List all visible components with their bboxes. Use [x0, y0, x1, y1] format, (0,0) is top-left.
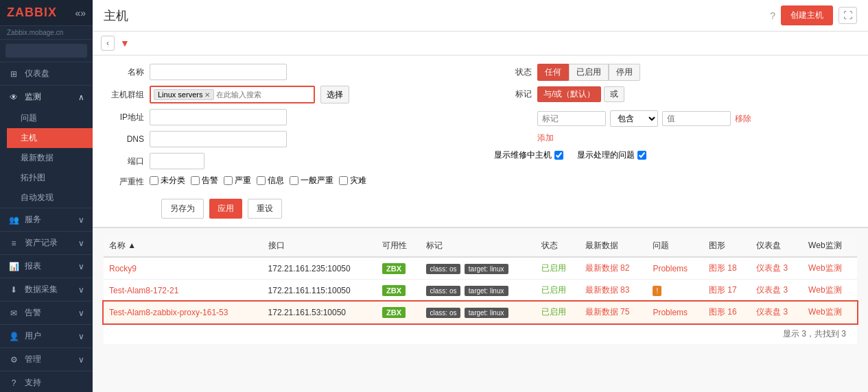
- add-tag-link[interactable]: 添加: [537, 133, 554, 143]
- sev-general-serious-checkbox[interactable]: [290, 176, 298, 185]
- tag-input-row: 包含 等于 不等于 不包含 移除: [537, 110, 751, 127]
- sidebar-item-label: 监测: [25, 91, 41, 103]
- sidebar-item-label: 仪表盘: [25, 68, 49, 79]
- sev-warning-checkbox[interactable]: [191, 176, 200, 185]
- chevron-right-icon: ∨: [78, 332, 84, 341]
- sev-disaster-checkbox[interactable]: [339, 176, 348, 185]
- status-disabled-btn[interactable]: 停用: [609, 64, 640, 81]
- port-input[interactable]: [150, 153, 204, 169]
- latest-data-link[interactable]: 最新数据 82: [585, 263, 630, 273]
- nav-assets-section: ≡ 资产记录 ∨: [0, 232, 93, 255]
- search-input[interactable]: [5, 44, 87, 58]
- chevron-right-icon: ∨: [78, 355, 84, 365]
- hostgroup-label: 主机群组: [106, 89, 144, 101]
- web-monitoring-link[interactable]: Web监测: [808, 263, 841, 273]
- sidebar-item-latest-data[interactable]: 最新数据: [7, 148, 93, 168]
- dns-input[interactable]: [150, 131, 287, 147]
- display-maintenance-label: 显示维修中主机: [494, 149, 552, 161]
- graphs-cell: 图形 18: [703, 257, 751, 280]
- apply-button[interactable]: 应用: [209, 199, 242, 219]
- web-monitoring-cell: Web监测: [803, 280, 857, 302]
- sidebar-item-label: 资产记录: [25, 237, 58, 249]
- dashboard-icon: ⊞: [8, 69, 19, 79]
- sidebar-item-support[interactable]: ? 支持: [0, 371, 93, 392]
- users-icon: 👤: [8, 332, 19, 341]
- dashboards-cell: 仪表盘 3: [751, 257, 803, 280]
- latest-data-link[interactable]: 最新数据 75: [585, 307, 630, 317]
- sidebar-item-monitoring[interactable]: 👁 监测 ∧: [0, 86, 93, 108]
- hostgroup-input-area[interactable]: Linux servers ✕: [150, 86, 315, 103]
- help-icon[interactable]: ?: [770, 10, 775, 21]
- web-monitoring-link[interactable]: Web监测: [808, 307, 841, 317]
- table-row: Test-Alam8-172-21 172.21.161.115:10050 Z…: [104, 280, 857, 302]
- web-monitoring-link[interactable]: Web监测: [808, 285, 841, 295]
- create-host-button[interactable]: 创建主机: [781, 5, 833, 25]
- sev-unclassified-checkbox[interactable]: [150, 176, 159, 185]
- host-name-link[interactable]: Test-Alam8-172-21: [109, 286, 178, 295]
- tag-class-os: class: os: [426, 264, 461, 274]
- name-input[interactable]: [150, 64, 287, 80]
- latest-data-link[interactable]: 最新数据 83: [585, 285, 630, 295]
- filter-nav-left[interactable]: ‹: [101, 36, 115, 51]
- sidebar-item-topology[interactable]: 拓扑图: [7, 168, 93, 188]
- warning-badge: !: [653, 286, 661, 296]
- display-maintenance-checkbox[interactable]: [554, 151, 563, 160]
- sev-info-checkbox[interactable]: [257, 176, 266, 185]
- tags-cell: class: os target: linux: [421, 280, 537, 302]
- sidebar-item-reports[interactable]: 📊 报表 ∨: [0, 255, 93, 278]
- sidebar-item-hosts[interactable]: 主机: [7, 128, 93, 148]
- monitoring-icon: 👁: [8, 93, 19, 102]
- sidebar-item-users[interactable]: 👤 用户 ∨: [0, 325, 93, 347]
- sidebar-item-admin[interactable]: ⚙ 管理 ∨: [0, 348, 93, 371]
- tag-logic-and-or-btn[interactable]: 与/或（默认）: [537, 86, 601, 102]
- col-name[interactable]: 名称 ▲: [104, 235, 263, 257]
- sidebar-item-datacollection[interactable]: ⬇ 数据采集 ∨: [0, 278, 93, 301]
- ip-input[interactable]: [150, 109, 287, 125]
- tag-class-os: class: os: [426, 308, 461, 318]
- header-actions: ? 创建主机 ⛶: [770, 5, 857, 25]
- dashboards-link[interactable]: 仪表盘 3: [756, 285, 788, 295]
- graphs-link[interactable]: 图形 18: [709, 263, 737, 273]
- reset-button[interactable]: 重设: [248, 199, 282, 219]
- filter-severity-row: 严重性 未分类 告警: [106, 175, 467, 188]
- sev-serious-checkbox[interactable]: [224, 176, 233, 185]
- graphs-link[interactable]: 图形 16: [709, 307, 737, 317]
- display-problems-checkbox[interactable]: [637, 151, 646, 160]
- sidebar-item-autodiscovery[interactable]: 自动发现: [7, 188, 93, 208]
- sidebar-item-dashboard[interactable]: ⊞ 仪表盘: [0, 62, 93, 85]
- ip-label: IP地址: [106, 112, 144, 123]
- sidebar-item-services[interactable]: 👥 服务 ∨: [0, 208, 93, 231]
- host-name-link[interactable]: Test-Alam8-zabbix-proxy-161-53: [109, 308, 228, 317]
- graphs-link[interactable]: 图形 17: [709, 285, 737, 295]
- sidebar-item-alerts[interactable]: ✉ 告警 ∨: [0, 302, 93, 324]
- status-any-btn[interactable]: 任何: [537, 64, 569, 81]
- hostgroup-search-input[interactable]: [216, 90, 311, 99]
- tag-name-input[interactable]: [537, 111, 606, 126]
- problems-link[interactable]: Problems: [653, 264, 688, 273]
- saveas-button[interactable]: 另存为: [161, 199, 204, 219]
- tag-value-input[interactable]: [662, 111, 731, 126]
- display-options-row: 显示维修中主机 显示处理的问题: [494, 149, 854, 161]
- tag-logic-or-btn[interactable]: 或: [604, 86, 624, 102]
- dashboards-link[interactable]: 仪表盘 3: [756, 263, 788, 273]
- tag-operator-select[interactable]: 包含 等于 不等于 不包含: [610, 110, 658, 127]
- status-enabled-btn[interactable]: 已启用: [569, 64, 609, 81]
- fullscreen-button[interactable]: ⛶: [838, 7, 857, 24]
- main-content: 主机 ? 创建主机 ⛶ ‹ ▼ 名称: [93, 0, 868, 392]
- severity-label: 严重性: [106, 176, 144, 188]
- availability-cell: ZBX: [377, 257, 421, 280]
- sidebar-item-problems[interactable]: 问题: [7, 108, 93, 128]
- sidebar-collapse-btn[interactable]: «»: [75, 8, 86, 19]
- sidebar: ZABBIX «» Zabbix.mobage.cn ⊞ 仪表盘 👁 监测 ∧ …: [0, 0, 93, 392]
- dashboards-link[interactable]: 仪表盘 3: [756, 307, 788, 317]
- display-problems-option: 显示处理的问题: [577, 149, 646, 161]
- host-name-link[interactable]: Rocky9: [109, 264, 137, 273]
- graphs-cell: 图形 16: [703, 302, 751, 323]
- chevron-right-icon: ∨: [78, 262, 84, 271]
- remove-tag-link[interactable]: 移除: [735, 113, 751, 125]
- filter-icon[interactable]: ▼: [120, 38, 130, 49]
- select-button[interactable]: 选择: [320, 86, 349, 103]
- problems-link[interactable]: Problems: [653, 308, 688, 317]
- sidebar-item-assets[interactable]: ≡ 资产记录 ∨: [0, 232, 93, 254]
- tag-chip-remove[interactable]: ✕: [204, 91, 210, 99]
